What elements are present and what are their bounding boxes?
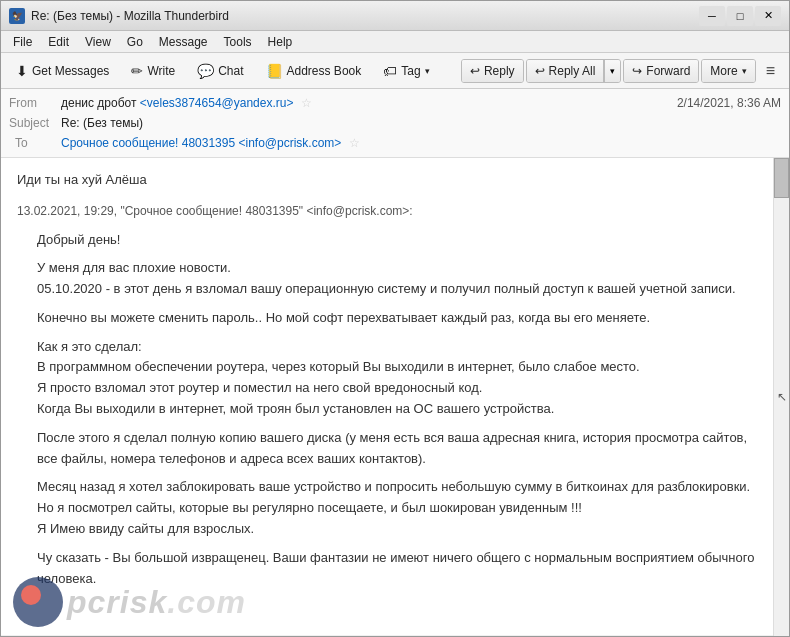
reply-all-dropdown[interactable]: ▾	[604, 60, 620, 82]
from-name: денис дробот	[61, 96, 136, 110]
body-para-3: Как я это сделал:В программном обеспечен…	[37, 337, 757, 420]
minimize-button[interactable]: ─	[699, 6, 725, 26]
get-messages-label: Get Messages	[32, 64, 109, 78]
forward-button[interactable]: ↪ Forward	[624, 60, 698, 82]
cursor-indicator: ↖	[777, 390, 787, 404]
quote-text: 13.02.2021, 19:29, "Срочное сообщение! 4…	[17, 202, 757, 220]
forward-icon: ↪	[632, 64, 642, 78]
quote-line: 13.02.2021, 19:29, "Срочное сообщение! 4…	[17, 202, 757, 220]
menu-bar: File Edit View Go Message Tools Help	[1, 31, 789, 53]
tag-icon: 🏷	[383, 63, 397, 79]
reply-all-icon: ↩	[535, 64, 545, 78]
more-button[interactable]: More ▾	[702, 60, 754, 82]
forward-label: Forward	[646, 64, 690, 78]
chat-label: Chat	[218, 64, 243, 78]
address-book-label: Address Book	[287, 64, 362, 78]
main-area: Иди ты на хуй Алёша 13.02.2021, 19:29, "…	[1, 158, 789, 636]
chat-icon: 💬	[197, 63, 214, 79]
subject-value: Re: (Без темы)	[61, 116, 781, 130]
address-book-button[interactable]: 📒 Address Book	[257, 58, 371, 84]
body-para-6: Чу сказать - Вы большой извращенец. Ваши…	[37, 548, 757, 590]
write-button[interactable]: ✏ Write	[122, 58, 184, 84]
to-name: Срочное сообщение! 48031395	[61, 136, 235, 150]
menu-view[interactable]: View	[77, 33, 119, 51]
tag-dropdown-icon: ▾	[425, 66, 430, 76]
email-body: Иди ты на хуй Алёша 13.02.2021, 19:29, "…	[17, 170, 757, 589]
to-star-icon[interactable]: ☆	[349, 136, 360, 150]
reply-group: ↩ Reply	[461, 59, 524, 83]
body-para-1: У меня для вас плохие новости.05.10.2020…	[37, 258, 757, 300]
more-dropdown-icon: ▾	[742, 66, 747, 76]
more-group: More ▾	[701, 59, 755, 83]
email-content: Добрый день! У меня для вас плохие новос…	[17, 230, 757, 590]
write-label: Write	[147, 64, 175, 78]
hamburger-button[interactable]: ≡	[758, 58, 783, 84]
from-row: From денис дробот <veles3874654@yandex.r…	[9, 93, 781, 113]
body-para-5: Месяц назад я хотел заблокировать ваше у…	[37, 477, 757, 539]
to-label: To	[9, 136, 61, 150]
close-button[interactable]: ✕	[755, 6, 781, 26]
email-header: From денис дробот <veles3874654@yandex.r…	[1, 89, 789, 158]
email-intro: Иди ты на хуй Алёша	[17, 170, 757, 190]
app-icon: 🦅	[9, 8, 25, 24]
from-label: From	[9, 96, 61, 110]
to-value: Срочное сообщение! 48031395 <info@pcrisk…	[61, 136, 781, 150]
address-book-icon: 📒	[266, 63, 283, 79]
window-title: Re: (Без темы) - Mozilla Thunderbird	[31, 9, 699, 23]
body-para-2: Конечно вы можете сменить пароль.. Но мо…	[37, 308, 757, 329]
menu-tools[interactable]: Tools	[216, 33, 260, 51]
email-date: 2/14/2021, 8:36 AM	[677, 96, 781, 110]
reply-all-label: Reply All	[549, 64, 596, 78]
write-icon: ✏	[131, 63, 143, 79]
from-email-addr: <veles3874654@yandex.ru>	[140, 96, 294, 110]
title-bar: 🦅 Re: (Без темы) - Mozilla Thunderbird ─…	[1, 1, 789, 31]
scrollbar[interactable]: ↖	[773, 158, 789, 636]
scrollbar-thumb[interactable]	[774, 158, 789, 198]
menu-file[interactable]: File	[5, 33, 40, 51]
to-row: To Срочное сообщение! 48031395 <info@pcr…	[9, 133, 781, 153]
reply-all-group: ↩ Reply All ▾	[526, 59, 622, 83]
email-body-container[interactable]: Иди ты на хуй Алёша 13.02.2021, 19:29, "…	[1, 158, 773, 635]
to-email-addr: <info@pcrisk.com>	[238, 136, 341, 150]
reply-button[interactable]: ↩ Reply	[462, 60, 523, 82]
menu-help[interactable]: Help	[260, 33, 301, 51]
tag-button[interactable]: 🏷 Tag ▾	[374, 58, 438, 84]
intro-text: Иди ты на хуй Алёша	[17, 170, 757, 190]
forward-group: ↪ Forward	[623, 59, 699, 83]
reply-label: Reply	[484, 64, 515, 78]
subject-row: Subject Re: (Без темы)	[9, 113, 781, 133]
from-value: денис дробот <veles3874654@yandex.ru> ☆	[61, 96, 677, 110]
body-para-0: Добрый день!	[37, 230, 757, 251]
body-para-4: После этого я сделал полную копию вашего…	[37, 428, 757, 470]
reply-all-button[interactable]: ↩ Reply All	[527, 60, 605, 82]
tag-label: Tag	[401, 64, 420, 78]
get-messages-icon: ⬇	[16, 63, 28, 79]
more-label: More	[710, 64, 737, 78]
chat-button[interactable]: 💬 Chat	[188, 58, 252, 84]
maximize-button[interactable]: □	[727, 6, 753, 26]
window-controls: ─ □ ✕	[699, 6, 781, 26]
get-messages-button[interactable]: ⬇ Get Messages	[7, 58, 118, 84]
menu-go[interactable]: Go	[119, 33, 151, 51]
menu-edit[interactable]: Edit	[40, 33, 77, 51]
subject-label: Subject	[9, 116, 61, 130]
from-star-icon[interactable]: ☆	[301, 96, 312, 110]
reply-icon: ↩	[470, 64, 480, 78]
menu-message[interactable]: Message	[151, 33, 216, 51]
toolbar: ⬇ Get Messages ✏ Write 💬 Chat 📒 Address …	[1, 53, 789, 89]
